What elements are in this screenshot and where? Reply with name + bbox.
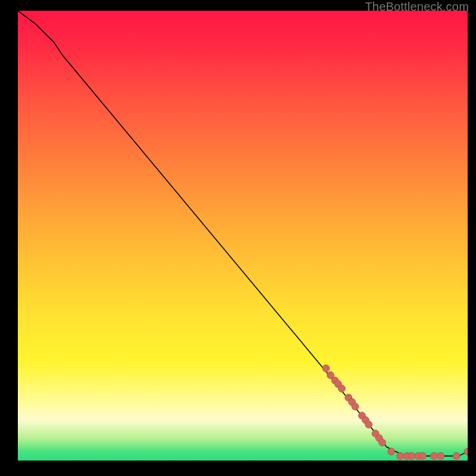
bottleneck-curve	[18, 11, 468, 456]
data-point	[453, 452, 460, 459]
data-point	[464, 448, 468, 455]
data-point	[430, 452, 437, 459]
data-point	[322, 365, 330, 372]
data-point	[397, 452, 404, 459]
data-point	[437, 452, 444, 459]
data-point	[352, 403, 359, 410]
plot-area	[18, 11, 468, 461]
data-point	[419, 452, 426, 459]
chart-svg	[18, 11, 468, 461]
data-point	[408, 452, 415, 459]
data-points-group	[322, 365, 468, 459]
data-point	[365, 421, 372, 428]
data-point	[388, 448, 395, 455]
chart-stage: TheBottleneck.com	[0, 0, 476, 476]
data-point	[338, 385, 345, 392]
data-point	[378, 439, 386, 446]
